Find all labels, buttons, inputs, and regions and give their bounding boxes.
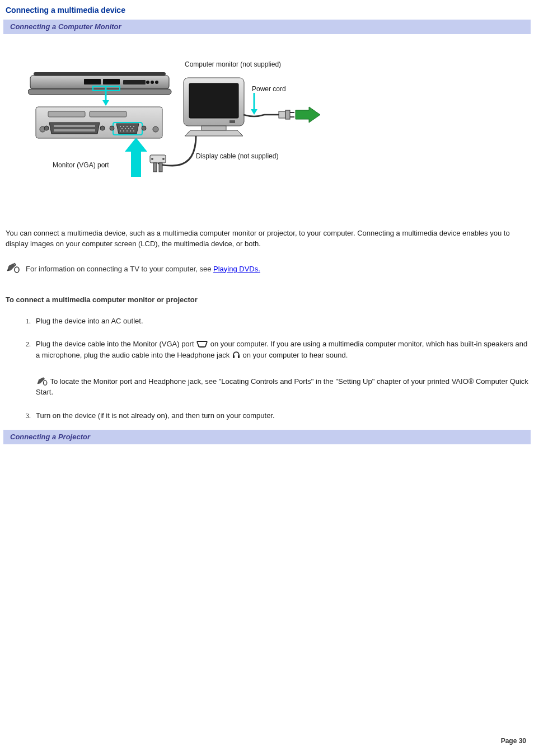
svg-point-25: [125, 128, 126, 129]
svg-point-14: [44, 126, 49, 130]
svg-point-22: [130, 126, 131, 127]
svg-point-31: [130, 130, 131, 132]
headphone-icon: [232, 350, 241, 361]
svg-point-15: [100, 126, 105, 130]
label-monitor: Computer monitor (not supplied): [185, 60, 281, 68]
page-title: Connecting a multimedia device: [0, 0, 534, 20]
svg-rect-2: [28, 89, 171, 95]
steps-heading: To connect a multimedia computer monitor…: [0, 278, 534, 309]
svg-point-56: [15, 267, 19, 273]
step-2: Plug the device cable into the Monitor (…: [32, 335, 534, 403]
svg-point-33: [110, 126, 114, 130]
svg-point-11: [153, 126, 158, 132]
step-2-note: To locate the Monitor port and Headphone…: [36, 377, 528, 397]
svg-marker-36: [102, 100, 109, 106]
svg-rect-58: [238, 355, 240, 358]
svg-point-24: [121, 128, 123, 129]
svg-point-21: [127, 126, 128, 127]
step-1: Plug the device into an AC outlet.: [32, 312, 534, 332]
svg-point-20: [123, 126, 124, 127]
rear-panel-illustration: [36, 107, 162, 138]
svg-rect-46: [159, 163, 162, 172]
svg-rect-12: [54, 125, 95, 127]
page-number: Page 30: [501, 736, 526, 746]
svg-marker-39: [125, 138, 147, 152]
vga-port-icon: [196, 339, 208, 350]
svg-rect-41: [189, 83, 238, 118]
svg-point-28: [120, 130, 121, 132]
svg-point-32: [133, 130, 134, 132]
info-note-prefix: For information on connecting a TV to yo…: [26, 265, 213, 273]
steps-list: Plug the device into an AC outlet. Plug …: [0, 312, 534, 427]
svg-point-23: [133, 126, 134, 127]
svg-rect-17: [90, 111, 127, 117]
step-3: Turn on the device (if it is not already…: [32, 407, 534, 427]
pencil-note-icon: [6, 262, 20, 274]
svg-marker-55: [296, 107, 320, 123]
connection-diagram: Computer monitor (not supplied) Power co…: [28, 57, 341, 208]
svg-rect-51: [279, 111, 285, 118]
label-vga-port: Monitor (VGA) port: [53, 161, 109, 169]
pencil-note-icon: [36, 377, 50, 386]
svg-point-29: [123, 130, 124, 132]
svg-rect-42: [202, 126, 226, 130]
display-cable: [150, 136, 196, 172]
playing-dvds-link[interactable]: Playing DVDs.: [213, 265, 260, 273]
svg-rect-16: [48, 111, 85, 117]
label-display-cable: Display cable (not supplied): [196, 152, 278, 160]
section-heading-projector: Connecting a Projector: [3, 430, 531, 444]
svg-point-8: [155, 81, 158, 84]
intro-paragraph: You can connect a multimedia device, suc…: [0, 224, 534, 253]
svg-rect-5: [123, 80, 146, 84]
info-note: For information on connecting a TV to yo…: [0, 253, 534, 278]
svg-point-30: [127, 130, 128, 132]
label-power-cord: Power cord: [252, 85, 286, 93]
svg-point-19: [120, 126, 121, 127]
svg-rect-43: [229, 120, 235, 123]
crt-monitor-illustration: [184, 78, 244, 136]
svg-point-27: [132, 128, 133, 129]
power-cord: [243, 93, 320, 123]
svg-point-47: [151, 158, 153, 160]
svg-rect-4: [103, 79, 120, 84]
svg-point-34: [142, 126, 146, 130]
svg-point-6: [146, 81, 149, 84]
section-heading-monitor: Connecting a Computer Monitor: [3, 20, 531, 34]
svg-marker-50: [251, 109, 257, 115]
svg-rect-52: [285, 110, 290, 119]
svg-rect-38: [131, 149, 141, 177]
svg-rect-57: [233, 355, 235, 358]
svg-point-26: [128, 128, 129, 129]
svg-point-48: [162, 158, 165, 160]
svg-point-7: [151, 81, 154, 84]
svg-rect-45: [153, 163, 157, 172]
svg-rect-3: [84, 79, 101, 84]
svg-rect-0: [34, 72, 166, 76]
svg-rect-13: [54, 129, 95, 132]
svg-point-59: [43, 381, 46, 385]
